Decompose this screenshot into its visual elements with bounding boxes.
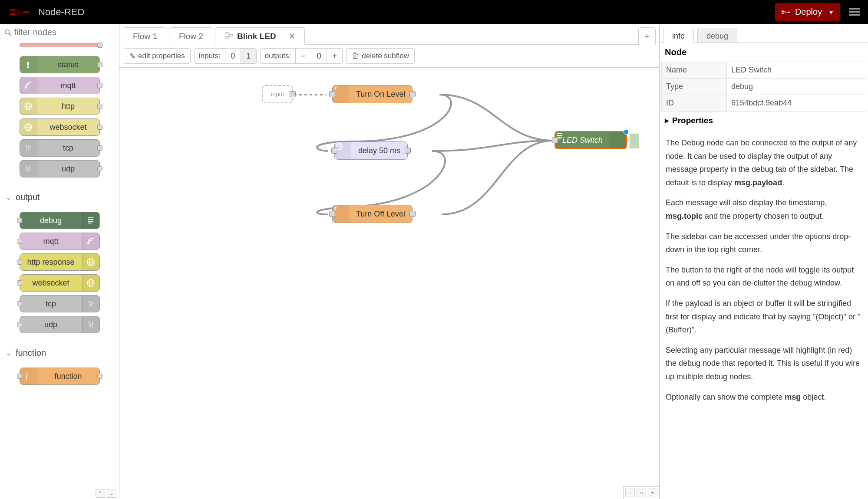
palette-category-function[interactable]: ⌄function (3, 344, 116, 362)
flow-canvas[interactable]: input fTurn On Leveldelay 50 msfTurn Off… (119, 68, 659, 499)
port-in[interactable] (17, 239, 22, 244)
palette-node-mqtt[interactable]: mqtt (20, 233, 100, 250)
port-out[interactable] (97, 166, 102, 171)
svg-rect-6 (849, 8, 860, 10)
port-in[interactable] (331, 148, 337, 154)
edit-properties-button[interactable]: ✎ edit properties (124, 48, 191, 64)
delete-subflow-button[interactable]: 🗑 delete subflow (346, 48, 415, 64)
port-out[interactable] (409, 91, 416, 97)
node-palette: statusmqtthttpwebsockettcpudp⌄outputdebu… (0, 24, 119, 499)
outputs-control: outputs: − 0 + (260, 48, 343, 64)
palette-node-label: mqtt (37, 81, 99, 90)
subflow-input-port[interactable]: input (262, 85, 293, 103)
tab-blink-led[interactable]: Blink LED× (215, 27, 305, 45)
palette-filter-input[interactable] (14, 27, 115, 37)
port-in[interactable] (17, 374, 22, 379)
info-key: ID (662, 95, 727, 112)
svg-point-39 (92, 302, 93, 304)
palette-node-http[interactable]: http (20, 98, 100, 115)
port-in[interactable] (17, 259, 22, 265)
net-icon (20, 161, 37, 177)
deploy-label: Deploy (795, 7, 822, 17)
port-in[interactable] (552, 137, 558, 143)
port-out[interactable] (97, 125, 102, 130)
canvas-zoom-controls: − ○ + (623, 486, 659, 499)
zoom-in-button[interactable]: + (648, 489, 657, 497)
palette-node-udp[interactable]: udp (20, 160, 100, 177)
caret-down-icon: ▼ (828, 9, 834, 16)
palette-node-label: debug (20, 216, 82, 225)
port-out[interactable] (97, 83, 102, 88)
zoom-out-button[interactable]: − (625, 489, 635, 497)
port-out[interactable] (409, 211, 416, 217)
port-in[interactable] (17, 322, 22, 327)
port-out[interactable] (97, 62, 102, 67)
palette-node[interactable] (20, 43, 100, 47)
palette-node-debug[interactable]: debug (20, 212, 100, 229)
info-row-type: Typedebug (662, 79, 866, 95)
inputs-0-button[interactable]: 0 (225, 49, 241, 63)
palette-node-status[interactable]: status (20, 56, 100, 73)
globe-icon (20, 119, 37, 135)
palette-node-function[interactable]: ffunction (20, 368, 100, 385)
workspace: Flow 1Flow 2Blink LED×+ ✎ edit propertie… (119, 24, 660, 499)
flow-node-turn-off-level[interactable]: fTurn Off Level (332, 205, 413, 223)
svg-rect-12 (27, 66, 29, 68)
tab-flow-1[interactable]: Flow 1 (123, 27, 167, 45)
port-in[interactable] (329, 91, 335, 97)
outputs-increment-button[interactable]: + (327, 49, 342, 63)
palette-filter (0, 24, 119, 41)
palette-node-tcp[interactable]: tcp (20, 295, 100, 312)
palette-node-mqtt[interactable]: mqtt (20, 77, 100, 94)
alert-icon (20, 56, 37, 73)
add-tab-button[interactable]: + (638, 27, 656, 45)
palette-node-websocket[interactable]: websocket (20, 274, 100, 292)
svg-point-24 (28, 169, 29, 171)
svg-point-21 (28, 148, 29, 150)
port-out[interactable] (97, 104, 102, 109)
main-menu-button[interactable] (845, 3, 864, 21)
flow-node-delay-50-ms[interactable]: delay 50 ms (334, 141, 408, 160)
svg-point-9 (5, 30, 9, 33)
outputs-decrement-button[interactable]: − (295, 49, 311, 63)
port-out[interactable] (405, 148, 411, 154)
tab-flow-2[interactable]: Flow 2 (169, 27, 213, 45)
zoom-reset-button[interactable]: ○ (637, 489, 646, 497)
port-in[interactable] (17, 280, 22, 286)
sidebar-tabs: infodebug (660, 24, 868, 43)
node-description: The Debug node can be connected to the o… (660, 130, 868, 417)
palette-node-label: http response (20, 258, 82, 267)
inputs-control: inputs: 0 1 (194, 48, 257, 64)
palette-node-websocket[interactable]: websocket (20, 118, 100, 136)
palette-node-label: tcp (20, 299, 82, 309)
deploy-button[interactable]: Deploy ▼ (775, 3, 840, 21)
net-icon (82, 295, 99, 312)
flow-node-turn-on-level[interactable]: fTurn On Level (332, 85, 413, 103)
flow-node-led-switch[interactable]: LED Switch (554, 131, 627, 149)
debug-toggle-button[interactable] (630, 134, 639, 148)
svg-rect-11 (27, 62, 29, 66)
port-in[interactable] (17, 301, 22, 306)
palette-node-udp[interactable]: udp (20, 316, 100, 333)
palette-collapse-all-button[interactable]: ⌃ (96, 489, 105, 498)
wires-layer (119, 68, 658, 458)
svg-rect-44 (226, 32, 228, 34)
globe-icon (82, 254, 99, 270)
palette-node-label: status (37, 60, 99, 69)
palette-node-tcp[interactable]: tcp (20, 139, 100, 157)
palette-node-http-response[interactable]: http response (20, 253, 100, 271)
palette-node-label: websocket (20, 279, 82, 288)
sidebar-tab-debug[interactable]: debug (697, 28, 737, 43)
svg-rect-7 (849, 11, 860, 13)
sidebar-tab-info[interactable]: info (663, 28, 694, 43)
palette-expand-all-button[interactable]: ⌄ (107, 489, 116, 498)
port-in[interactable] (329, 211, 335, 217)
properties-toggle[interactable]: ▶ Properties (660, 112, 868, 130)
port-in[interactable] (17, 218, 22, 223)
close-tab-button[interactable]: × (289, 31, 295, 42)
port-out[interactable] (97, 145, 102, 151)
port-out[interactable] (290, 91, 296, 97)
inputs-1-button[interactable]: 1 (241, 49, 256, 63)
port-out[interactable] (97, 374, 102, 379)
palette-category-output[interactable]: ⌄output (3, 188, 116, 207)
